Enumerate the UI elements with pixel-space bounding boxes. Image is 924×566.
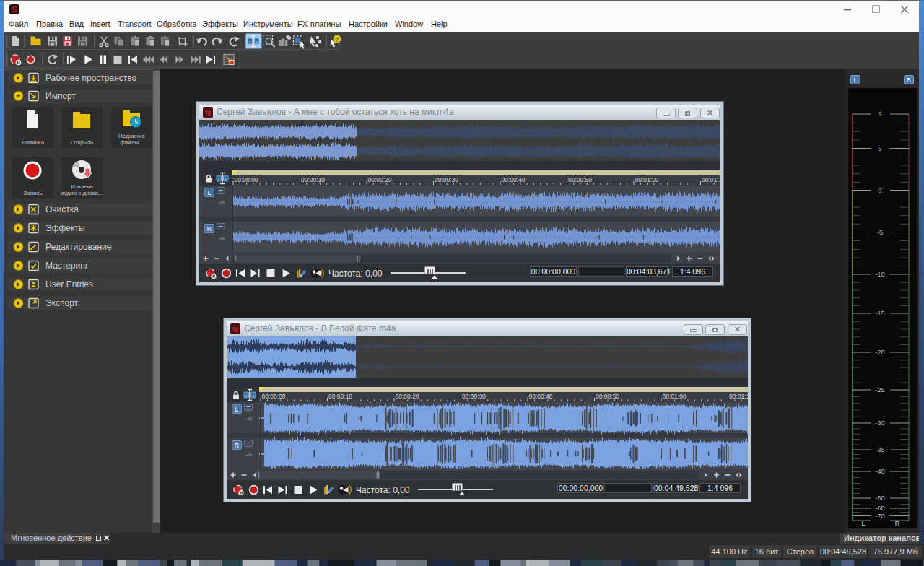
svg-text:R: R — [895, 520, 900, 527]
svg-text:00:01:1: 00:01:1 — [702, 176, 720, 183]
svg-text:-25: -25 — [875, 386, 885, 393]
svg-text:-40: -40 — [875, 467, 885, 475]
svg-text:00:00:10: 00:00:10 — [328, 393, 352, 400]
svg-text:-70: -70 — [875, 512, 885, 520]
svg-text:00:01:00: 00:01:00 — [663, 393, 687, 400]
svg-text:00:00:00: 00:00:00 — [235, 176, 258, 183]
svg-text:00:01:00: 00:01:00 — [635, 176, 659, 183]
svg-text:-60: -60 — [875, 504, 885, 512]
svg-text:5: 5 — [878, 144, 881, 152]
svg-text:00:00:50: 00:00:50 — [568, 176, 592, 183]
svg-text:00:00:30: 00:00:30 — [462, 393, 486, 400]
svg-text:0: 0 — [878, 186, 881, 194]
svg-text:00:00:20: 00:00:20 — [368, 176, 392, 183]
svg-text:-50: -50 — [875, 494, 885, 502]
svg-text:00:01:1: 00:01:1 — [729, 393, 748, 400]
svg-text:00:00:20: 00:00:20 — [396, 393, 419, 400]
svg-text:00:00:50: 00:00:50 — [596, 393, 619, 400]
svg-text:-20: -20 — [875, 348, 885, 356]
svg-text:00:00:10: 00:00:10 — [301, 176, 325, 183]
svg-text:00:00:40: 00:00:40 — [529, 393, 553, 400]
svg-text:-30: -30 — [875, 419, 885, 427]
svg-text:00:00:00: 00:00:00 — [262, 393, 286, 400]
svg-text:?: ? — [335, 36, 339, 43]
svg-text:9: 9 — [878, 110, 881, 118]
svg-text:-15: -15 — [875, 309, 885, 317]
svg-text:-10: -10 — [875, 270, 885, 278]
svg-text:L: L — [861, 520, 865, 527]
svg-text:00:00:40: 00:00:40 — [502, 176, 526, 183]
svg-text:00:00:30: 00:00:30 — [435, 176, 458, 183]
svg-text:-5: -5 — [877, 228, 883, 236]
svg-text:-35: -35 — [875, 445, 885, 453]
